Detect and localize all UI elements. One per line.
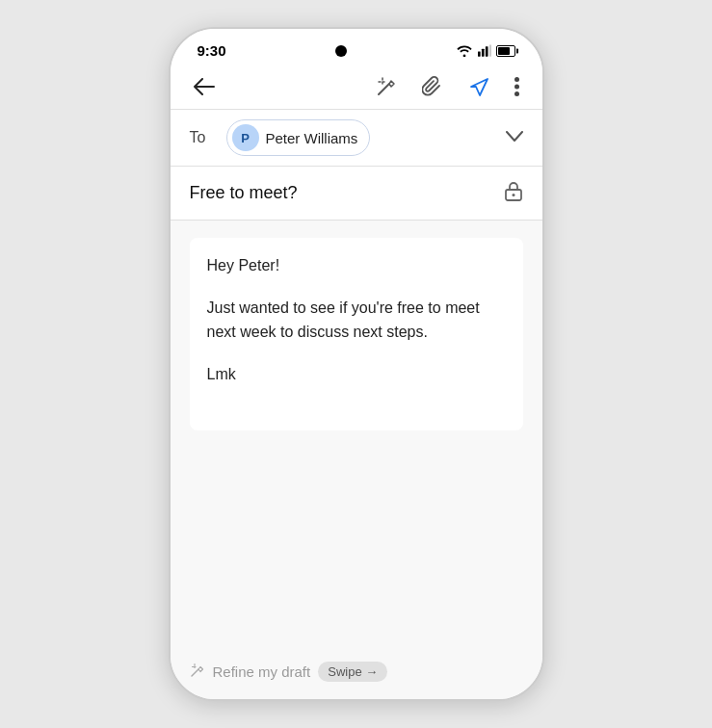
- subject-text[interactable]: Free to meet?: [190, 183, 298, 203]
- send-icon: [468, 76, 489, 97]
- lock-icon: [504, 180, 523, 206]
- sparkle-icon: [376, 76, 397, 97]
- greeting: Hey Peter!: [207, 253, 506, 278]
- svg-point-6: [514, 91, 519, 96]
- recipient-chip[interactable]: P Peter Williams: [226, 119, 371, 156]
- refine-bar: Refine my draft Swipe →: [171, 652, 542, 699]
- to-field: To P Peter Williams: [171, 109, 542, 167]
- svg-point-5: [514, 85, 519, 90]
- more-button[interactable]: [511, 73, 523, 100]
- refine-sparkle-icon: [190, 663, 205, 682]
- svg-rect-1: [481, 49, 484, 57]
- toolbar-right: [372, 72, 523, 101]
- sparkle-button[interactable]: [372, 72, 401, 101]
- attach-button[interactable]: [418, 72, 447, 101]
- signal-icon: [478, 44, 491, 57]
- toolbar-left: [190, 74, 219, 99]
- refine-label: Refine my draft: [213, 663, 311, 680]
- svg-point-8: [512, 194, 514, 196]
- svg-rect-0: [478, 51, 481, 56]
- wifi-icon: [456, 44, 473, 57]
- status-bar: 9:30: [171, 29, 542, 65]
- closing: Lmk: [207, 362, 506, 387]
- svg-rect-3: [488, 44, 490, 56]
- recipient-name: Peter Williams: [266, 130, 358, 146]
- toolbar: [171, 65, 542, 109]
- to-label: To: [190, 129, 213, 146]
- swipe-badge[interactable]: Swipe →: [318, 662, 387, 682]
- body-paragraph1: Just wanted to see if you're free to mee…: [207, 296, 506, 345]
- more-icon: [514, 77, 519, 96]
- svg-point-4: [514, 77, 519, 82]
- phone-body: 9:30: [169, 27, 544, 701]
- back-arrow-icon: [194, 78, 215, 95]
- back-button[interactable]: [190, 74, 219, 99]
- phone-frame: 9:30: [0, 0, 712, 728]
- recipient-avatar: P: [232, 124, 259, 151]
- battery-icon: [496, 45, 515, 57]
- swipe-label: Swipe →: [328, 664, 378, 679]
- send-button[interactable]: [464, 72, 493, 101]
- email-body-text: Hey Peter! Just wanted to see if you're …: [190, 238, 523, 430]
- chevron-down-icon[interactable]: [506, 129, 523, 146]
- status-time: 9:30: [198, 42, 226, 59]
- status-icons: [456, 44, 515, 57]
- subject-field: Free to meet?: [171, 167, 542, 221]
- camera-dot: [335, 45, 347, 57]
- svg-rect-2: [485, 46, 488, 57]
- clip-icon: [422, 76, 443, 97]
- email-body[interactable]: Hey Peter! Just wanted to see if you're …: [171, 221, 542, 652]
